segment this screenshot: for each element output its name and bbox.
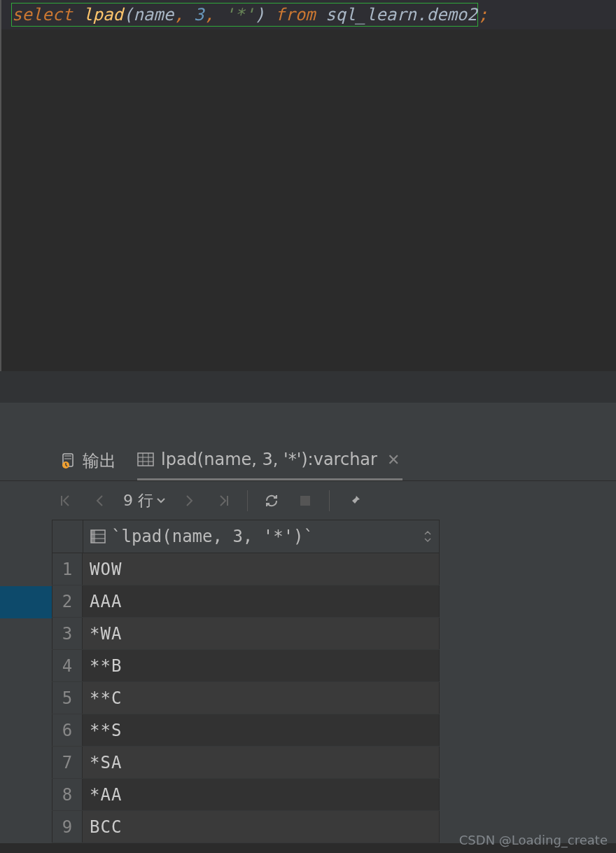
rownum-header (52, 520, 83, 553)
table-row[interactable]: 1WOW (52, 553, 440, 585)
table-icon (137, 452, 154, 466)
result-rows: 1WOW2AAA3*WA4**B5**C6**S7*SA8*AA9BCC (52, 553, 440, 843)
grid-gutter (0, 520, 52, 843)
chevron-down-icon (156, 497, 166, 504)
column-header-label: `lpad(name, 3, '*')` (111, 527, 314, 546)
table-row[interactable]: 2AAA (52, 585, 440, 618)
table-row[interactable]: 8*AA (52, 779, 440, 811)
pin-icon[interactable] (344, 491, 363, 511)
row-number: 3 (52, 618, 83, 649)
close-icon[interactable]: ✕ (384, 451, 402, 469)
row-number: 6 (52, 714, 83, 746)
keyword-from: from (265, 5, 326, 25)
result-table[interactable]: `lpad(name, 3, '*')` 1WOW2AAA3*WA4**B5**… (52, 520, 616, 843)
tab-result[interactable]: lpad(name, 3, '*'):varchar ✕ (137, 441, 402, 480)
separator (0, 403, 616, 441)
arg-length: 3 (194, 5, 204, 25)
tab-output[interactable]: 输出 (62, 441, 116, 480)
cell-value[interactable]: **B (83, 650, 440, 681)
cell-value[interactable]: *WA (83, 618, 440, 649)
sort-icon[interactable] (424, 529, 432, 543)
table-row[interactable]: 9BCC (52, 811, 440, 843)
refresh-icon[interactable] (262, 491, 281, 511)
output-icon (62, 453, 76, 469)
column-header[interactable]: `lpad(name, 3, '*')` (83, 527, 439, 546)
svg-rect-2 (138, 453, 153, 466)
first-page-icon[interactable] (56, 491, 76, 511)
row-number: 5 (52, 682, 83, 714)
row-count[interactable]: 9 行 (123, 490, 166, 511)
row-number: 8 (52, 779, 83, 810)
semicolon: ; (478, 5, 488, 25)
last-page-icon[interactable] (214, 491, 233, 511)
column-header-row: `lpad(name, 3, '*')` (52, 520, 440, 553)
result-pane: 输出 lpad(name, 3, '*'):varchar ✕ 9 行 (0, 441, 616, 843)
table-row[interactable]: 3*WA (52, 618, 440, 650)
row-number: 2 (52, 585, 83, 617)
arg-padstr: '*' (224, 5, 254, 25)
table-row[interactable]: 5**C (52, 682, 440, 714)
prev-page-icon[interactable] (90, 491, 109, 511)
cell-value[interactable]: **S (83, 714, 440, 746)
result-tabs: 输出 lpad(name, 3, '*'):varchar ✕ (0, 441, 616, 480)
sql-editor[interactable]: select lpad(name, 3, '*') from sql_learn… (0, 0, 616, 371)
function-lpad: lpad (83, 5, 123, 25)
cell-value[interactable]: **C (83, 682, 440, 714)
row-number: 1 (52, 553, 83, 585)
row-number: 4 (52, 650, 83, 681)
stop-icon[interactable] (295, 491, 315, 511)
watermark: CSDN @Loading_create (459, 833, 608, 847)
result-grid: `lpad(name, 3, '*')` 1WOW2AAA3*WA4**B5**… (0, 520, 616, 843)
column-icon (90, 529, 106, 543)
paren-close: ) (255, 5, 265, 25)
separator (329, 490, 330, 511)
tab-result-label: lpad(name, 3, '*'):varchar (161, 450, 377, 469)
keyword-select: select (12, 5, 83, 25)
next-page-icon[interactable] (180, 491, 200, 511)
cell-value[interactable]: WOW (83, 553, 440, 585)
comma: , (174, 5, 194, 25)
cell-value[interactable]: AAA (83, 585, 440, 617)
comma: , (204, 5, 225, 25)
row-number: 7 (52, 747, 83, 778)
cell-value[interactable]: *SA (83, 747, 440, 778)
table-row[interactable]: 7*SA (52, 747, 440, 779)
tab-output-label: 输出 (83, 450, 116, 472)
arg-name: name (133, 5, 174, 25)
selection-highlight: select lpad(name, 3, '*') from sql_learn… (11, 3, 478, 27)
table-ref: sql_learn.demo2 (326, 5, 477, 25)
svg-rect-9 (91, 530, 95, 543)
result-toolbar: 9 行 (0, 480, 616, 520)
svg-rect-7 (300, 496, 310, 506)
table-row[interactable]: 6**S (52, 714, 440, 747)
separator (0, 371, 616, 403)
row-count-text: 9 行 (123, 490, 153, 511)
table-row[interactable]: 4**B (52, 650, 440, 682)
row-highlight (0, 586, 52, 618)
cell-value[interactable]: *AA (83, 779, 440, 810)
code-line-1[interactable]: select lpad(name, 3, '*') from sql_learn… (1, 0, 616, 29)
paren-open: ( (123, 5, 133, 25)
cell-value[interactable]: BCC (83, 811, 440, 842)
row-number: 9 (52, 811, 83, 842)
separator (247, 490, 248, 511)
